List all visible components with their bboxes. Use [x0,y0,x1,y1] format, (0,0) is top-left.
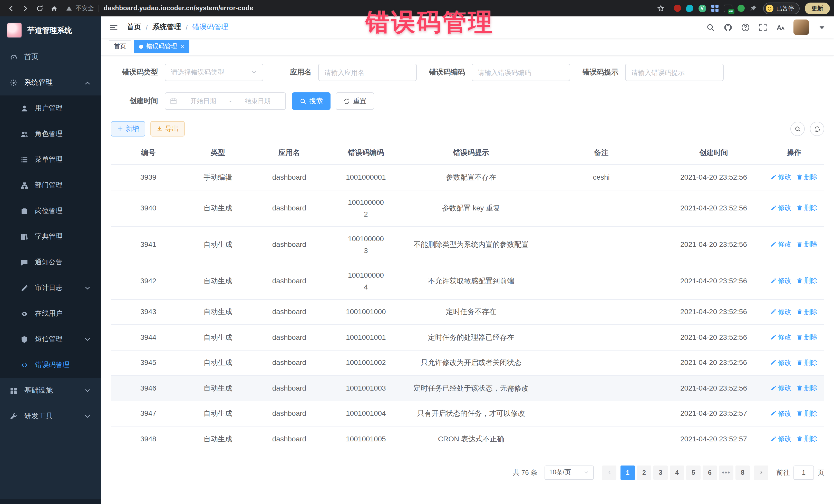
prev-page-button[interactable] [602,465,616,480]
delete-button[interactable]: 删除 [796,306,817,317]
bookmark-star-icon[interactable] [654,2,667,15]
edit-button[interactable]: 修改 [770,407,791,419]
delete-button[interactable]: 删除 [796,433,817,444]
search-icon [794,126,801,132]
cell-operations: 修改删除 [764,350,824,375]
page-button[interactable]: 5 [686,465,701,480]
sidebar-item-user[interactable]: 用户管理 [0,95,101,121]
edit-button[interactable]: 修改 [770,202,791,214]
add-button[interactable]: 新增 [111,121,145,136]
github-icon[interactable] [724,23,732,31]
gear-icon [10,79,18,86]
sidebar-item-post[interactable]: 岗位管理 [0,198,101,224]
sidebar-item-devtool[interactable]: 研发工具 [0,403,101,429]
fullscreen-icon[interactable] [759,23,767,31]
sidebar-item-label: 通知公告 [35,258,63,267]
page-button[interactable]: 6 [703,465,717,480]
font-size-icon[interactable] [776,23,785,31]
page-button[interactable]: 2 [637,465,651,480]
sidebar-item-audit-log[interactable]: 审计日志 [0,275,101,301]
sidebar-item-system[interactable]: 系统管理 [0,70,101,95]
edit-button[interactable]: 修改 [770,306,791,317]
delete-button[interactable]: 删除 [796,171,817,183]
page-size-select[interactable]: 10条/页 [545,465,594,480]
export-button[interactable]: 导出 [150,121,185,136]
delete-button[interactable]: 删除 [796,382,817,394]
shield-icon [21,335,28,343]
reset-button[interactable]: 重置 [336,92,374,110]
sidebar-item-role[interactable]: 角色管理 [0,121,101,147]
error-code-input[interactable] [471,64,570,81]
hamburger-icon[interactable] [109,22,118,32]
toggle-search-button[interactable] [790,122,805,136]
user-avatar[interactable] [793,20,809,35]
update-button[interactable]: 更新 [805,2,830,14]
app-name-input[interactable] [318,64,417,81]
tab-home[interactable]: 首页 [109,40,131,53]
user-icon [21,105,28,112]
page-button[interactable]: 1 [620,465,635,480]
home-icon[interactable] [47,2,61,15]
edit-button[interactable]: 修改 [770,275,791,287]
op-label: 修改 [778,306,791,317]
paused-badge[interactable]: 已暂停 [763,2,799,14]
page-button[interactable]: 4 [670,465,684,480]
sidebar-item-home[interactable]: 首页 [0,44,101,70]
delete-button[interactable]: 删除 [796,356,817,368]
vue-devtools-extension-icon[interactable]: V [698,4,706,12]
sidebar-item-notice[interactable]: 通知公告 [0,249,101,275]
search-icon[interactable] [706,23,715,31]
security-indicator[interactable]: 不安全 [66,4,94,13]
close-icon[interactable]: × [181,43,184,49]
help-icon[interactable] [741,23,750,31]
edit-button[interactable]: 修改 [770,238,791,250]
sidebar-item-dept[interactable]: 部门管理 [0,172,101,198]
edit-button[interactable]: 修改 [770,356,791,368]
paused-label: 已暂停 [776,4,794,12]
chevron-down-icon[interactable] [817,23,826,31]
edit-button[interactable]: 修改 [770,433,791,444]
sidebar-item-dict[interactable]: 字典管理 [0,224,101,249]
sidebar-item-sms[interactable]: 短信管理 [0,326,101,352]
sidebar-item-menu[interactable]: 菜单管理 [0,147,101,172]
sidebar-item-online-user[interactable]: 在线用户 [0,301,101,326]
address-bar[interactable]: 不安全 dashboard.yudao.iocoder.cn/system/er… [66,4,653,13]
tab-error-code[interactable]: 错误码管理× [134,40,190,53]
sidebar-item-error-code[interactable]: 错误码管理 [0,352,101,378]
next-page-button[interactable] [754,465,768,480]
breadcrumb-item[interactable]: 系统管理 [152,23,181,32]
edit-button[interactable]: 修改 [770,171,791,183]
page-button[interactable]: 8 [736,465,750,480]
forward-icon[interactable] [19,2,32,15]
breadcrumb-item[interactable]: 首页 [127,23,141,32]
delete-button[interactable]: 删除 [796,275,817,287]
edit-button[interactable]: 修改 [770,382,791,394]
extension-icon[interactable] [711,5,718,12]
op-label: 修改 [778,382,791,394]
back-icon[interactable] [4,2,18,15]
search-button[interactable]: 搜索 [292,92,331,110]
edit-button[interactable]: 修改 [770,331,791,343]
range-separator: - [229,97,232,105]
delete-button[interactable]: 删除 [796,331,817,343]
date-range-picker[interactable]: 开始日期 - 结束日期 [165,92,286,110]
extension-icon[interactable] [686,5,693,12]
chevron-down-icon [84,387,91,394]
extension-icon[interactable] [674,5,681,12]
refresh-table-button[interactable] [810,122,824,136]
extension-icon[interactable]: on [723,4,732,12]
page-button[interactable]: 3 [653,465,668,480]
sidebar-item-infra[interactable]: 基础设施 [0,378,101,403]
delete-button[interactable]: 删除 [796,202,817,214]
cell-remark: ceshi [539,165,664,190]
pin-extension-icon[interactable] [750,5,757,12]
delete-button[interactable]: 删除 [796,238,817,250]
error-hint-input[interactable] [625,64,724,81]
goto-page-input[interactable] [793,465,814,480]
delete-button[interactable]: 删除 [796,407,817,419]
create-time-label: 创建时间 [111,96,165,106]
extension-icon[interactable] [737,5,744,12]
error-type-select[interactable]: 请选择错误码类型 [165,64,263,81]
reload-icon[interactable] [33,2,46,15]
cell-error-hint: 定时任务的处理器已经存在 [403,325,539,350]
